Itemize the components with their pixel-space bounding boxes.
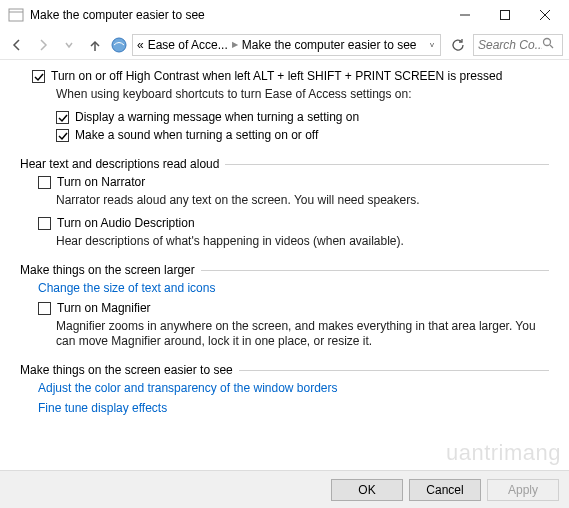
checkbox-icon <box>56 111 69 124</box>
checkbox-icon <box>38 176 51 189</box>
section-title: Make things on the screen larger <box>20 263 195 277</box>
checkbox-label: Turn on Audio Description <box>57 216 195 231</box>
link-fine-tune[interactable]: Fine tune display effects <box>38 401 549 415</box>
checkbox-label: Turn on or off High Contrast when left A… <box>51 69 502 84</box>
breadcrumb-seg-2[interactable]: Make the computer easier to see <box>242 38 417 52</box>
ok-button[interactable]: OK <box>331 479 403 501</box>
breadcrumb-dropdown[interactable]: v <box>428 40 436 49</box>
window-icon <box>8 7 24 23</box>
section-title: Make things on the screen easier to see <box>20 363 233 377</box>
section-header: Make things on the screen easier to see <box>20 363 549 377</box>
checkbox-label: Make a sound when turning a setting on o… <box>75 128 318 143</box>
close-button[interactable] <box>525 1 565 29</box>
narrator-desc: Narrator reads aloud any text on the scr… <box>56 193 549 208</box>
refresh-button[interactable] <box>447 34 469 56</box>
svg-point-8 <box>544 39 551 46</box>
titlebar: Make the computer easier to see <box>0 0 569 30</box>
breadcrumb-overflow: « <box>137 38 144 52</box>
section-read-aloud: Hear text and descriptions read aloud Tu… <box>20 157 549 249</box>
section-larger: Make things on the screen larger Change … <box>20 263 549 349</box>
content-area: Turn on or off High Contrast when left A… <box>0 60 569 470</box>
link-adjust-color[interactable]: Adjust the color and transparency of the… <box>38 381 549 395</box>
chevron-right-icon: ▶ <box>232 40 238 49</box>
apply-button[interactable]: Apply <box>487 479 559 501</box>
high-contrast-help: When using keyboard shortcuts to turn Ea… <box>56 87 549 102</box>
link-change-size[interactable]: Change the size of text and icons <box>38 281 549 295</box>
checkbox-high-contrast[interactable]: Turn on or off High Contrast when left A… <box>32 69 549 84</box>
navbar: « Ease of Acce... ▶ Make the computer ea… <box>0 30 569 60</box>
checkbox-label: Display a warning message when turning a… <box>75 110 359 125</box>
checkbox-warning[interactable]: Display a warning message when turning a… <box>56 110 549 125</box>
section-header: Hear text and descriptions read aloud <box>20 157 549 171</box>
minimize-button[interactable] <box>445 1 485 29</box>
section-easier: Make things on the screen easier to see … <box>20 363 549 415</box>
cancel-button[interactable]: Cancel <box>409 479 481 501</box>
checkbox-sound[interactable]: Make a sound when turning a setting on o… <box>56 128 549 143</box>
search-input[interactable] <box>478 38 542 52</box>
window-title: Make the computer easier to see <box>30 8 445 22</box>
control-panel-icon <box>110 36 128 54</box>
window-controls <box>445 1 565 29</box>
checkbox-icon <box>32 70 45 83</box>
checkbox-audio-desc[interactable]: Turn on Audio Description <box>38 216 549 231</box>
scroll-area[interactable]: Turn on or off High Contrast when left A… <box>0 60 569 470</box>
footer: OK Cancel Apply <box>0 470 569 508</box>
checkbox-icon <box>38 302 51 315</box>
breadcrumb[interactable]: « Ease of Acce... ▶ Make the computer ea… <box>132 34 441 56</box>
divider <box>225 164 549 165</box>
search-box[interactable] <box>473 34 563 56</box>
svg-line-9 <box>550 45 553 48</box>
recent-dropdown[interactable] <box>58 34 80 56</box>
up-button[interactable] <box>84 34 106 56</box>
search-icon <box>542 37 554 52</box>
checkbox-icon <box>38 217 51 230</box>
back-button[interactable] <box>6 34 28 56</box>
svg-rect-0 <box>9 9 23 21</box>
divider <box>239 370 549 371</box>
checkbox-label: Turn on Magnifier <box>57 301 151 316</box>
magnifier-desc: Magnifier zooms in anywhere on the scree… <box>56 319 549 349</box>
checkbox-magnifier[interactable]: Turn on Magnifier <box>38 301 549 316</box>
checkbox-label: Turn on Narrator <box>57 175 145 190</box>
section-title: Hear text and descriptions read aloud <box>20 157 219 171</box>
forward-button[interactable] <box>32 34 54 56</box>
checkbox-icon <box>56 129 69 142</box>
audio-desc-desc: Hear descriptions of what's happening in… <box>56 234 549 249</box>
breadcrumb-seg-1[interactable]: Ease of Acce... <box>148 38 228 52</box>
section-header: Make things on the screen larger <box>20 263 549 277</box>
maximize-button[interactable] <box>485 1 525 29</box>
svg-rect-3 <box>501 11 510 20</box>
divider <box>201 270 549 271</box>
checkbox-narrator[interactable]: Turn on Narrator <box>38 175 549 190</box>
